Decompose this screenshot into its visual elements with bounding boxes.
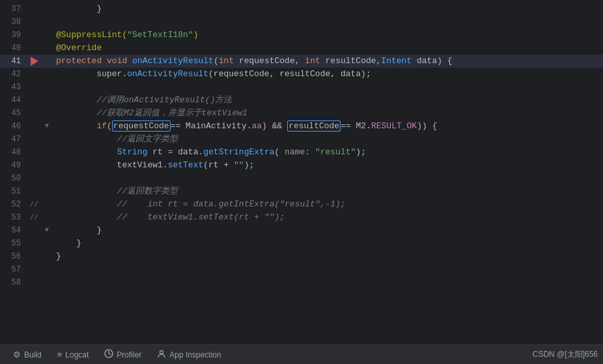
code-text — [53, 81, 603, 94]
bottom-toolbar: ⚙ Build ≡ Logcat Profiler App Inspection… — [0, 344, 603, 364]
code-text: //返回文字类型 — [53, 133, 603, 146]
line-number: 38 — [0, 16, 27, 29]
line-number: 44 — [0, 94, 27, 107]
code-line-45: 45 //获取M2返回值，并显示于textView1 — [0, 107, 603, 120]
code-line-48: 48 String rt = data.getStringExtra( name… — [0, 146, 603, 159]
code-line-41: 41 protected void onActivityResult(int r… — [0, 55, 603, 68]
breakpoint-gutter[interactable] — [27, 68, 40, 81]
breakpoint-gutter[interactable] — [27, 250, 40, 263]
code-text: //返回数字类型 — [53, 185, 603, 198]
breakpoint-gutter[interactable] — [27, 263, 40, 276]
code-line-57: 57 — [0, 263, 603, 276]
fold-gutter[interactable] — [40, 42, 53, 55]
code-line-56: 56 } — [0, 250, 603, 263]
line-number: 41 — [0, 55, 27, 68]
svg-point-1 — [160, 351, 163, 354]
tab-logcat-label: Logcat — [65, 350, 89, 359]
code-text: } — [53, 250, 603, 263]
code-text: // int rt = data.getIntExtra("result",-1… — [53, 198, 603, 211]
tab-build[interactable]: ⚙ Build — [5, 345, 49, 365]
fold-gutter[interactable] — [40, 68, 53, 81]
breakpoint-gutter[interactable] — [27, 55, 40, 68]
breakpoint-gutter[interactable] — [27, 107, 40, 120]
breakpoint-gutter[interactable] — [27, 94, 40, 107]
fold-gutter[interactable] — [40, 263, 53, 276]
breakpoint-gutter[interactable] — [27, 3, 40, 16]
fold-gutter[interactable] — [40, 211, 53, 224]
line-number: 56 — [0, 250, 27, 263]
fold-gutter[interactable] — [40, 29, 53, 42]
breakpoint-gutter[interactable] — [27, 29, 40, 42]
fold-gutter[interactable] — [40, 250, 53, 263]
tab-profiler[interactable]: Profiler — [96, 345, 149, 365]
line-number: 43 — [0, 81, 27, 94]
fold-gutter[interactable] — [40, 16, 53, 29]
line-number: 45 — [0, 107, 27, 120]
line-number: 47 — [0, 133, 27, 146]
code-text: } — [53, 3, 603, 16]
breakpoint-gutter[interactable] — [27, 42, 40, 55]
breakpoint-gutter[interactable] — [27, 276, 40, 289]
code-line-37: 37 } — [0, 3, 603, 16]
breakpoint-gutter[interactable] — [27, 133, 40, 146]
fold-gutter[interactable]: ▼ — [40, 120, 53, 133]
code-text: String rt = data.getStringExtra( name: "… — [53, 146, 603, 159]
code-line-53: 53 // // textView1.setText(rt + ""); — [0, 211, 603, 224]
breakpoint-gutter[interactable] — [27, 159, 40, 172]
code-text: } — [53, 237, 603, 250]
fold-gutter[interactable] — [40, 94, 53, 107]
fold-gutter[interactable] — [40, 276, 53, 289]
tab-profiler-label: Profiler — [117, 350, 141, 359]
line-number: 51 — [0, 185, 27, 198]
tab-build-label: Build — [24, 350, 42, 359]
code-text: } — [53, 224, 603, 237]
code-line-51: 51 //返回数字类型 — [0, 185, 603, 198]
tab-logcat[interactable]: ≡ Logcat — [49, 345, 97, 365]
fold-gutter[interactable] — [40, 237, 53, 250]
line-number: 48 — [0, 146, 27, 159]
fold-gutter[interactable] — [40, 107, 53, 120]
breakpoint-gutter[interactable] — [27, 16, 40, 29]
fold-gutter[interactable]: ▼ — [40, 224, 53, 237]
code-text: protected void onActivityResult(int requ… — [53, 55, 603, 68]
breakpoint-gutter[interactable] — [27, 237, 40, 250]
fold-gutter[interactable] — [40, 81, 53, 94]
breakpoint-gutter[interactable] — [27, 185, 40, 198]
build-icon: ⚙ — [13, 350, 21, 359]
fold-gutter[interactable] — [40, 198, 53, 211]
fold-gutter[interactable] — [40, 159, 53, 172]
code-line-52: 52 // // int rt = data.getIntExtra("resu… — [0, 198, 603, 211]
line-number: 52 — [0, 198, 27, 211]
profiler-icon — [104, 349, 113, 360]
code-line-46: 46 ▼ if(requestCode== MainActivity.aa) &… — [0, 120, 603, 133]
fold-gutter[interactable] — [40, 172, 53, 185]
code-text: //调用onActivityResult()方法 — [53, 94, 603, 107]
breakpoint-gutter[interactable] — [27, 172, 40, 185]
breakpoint-gutter[interactable] — [27, 146, 40, 159]
breakpoint-arrow-icon — [31, 57, 38, 66]
fold-gutter[interactable] — [40, 3, 53, 16]
logcat-icon: ≡ — [57, 350, 63, 359]
code-line-44: 44 //调用onActivityResult()方法 — [0, 94, 603, 107]
code-line-47: 47 //返回文字类型 — [0, 133, 603, 146]
code-line-49: 49 textView1.setText(rt + ""); — [0, 159, 603, 172]
fold-gutter[interactable] — [40, 133, 53, 146]
breakpoint-gutter[interactable]: // — [27, 198, 40, 211]
tab-app-inspection[interactable]: App Inspection — [149, 345, 229, 365]
line-number: 53 — [0, 211, 27, 224]
code-text: //获取M2返回值，并显示于textView1 — [53, 107, 603, 120]
code-text — [53, 16, 603, 29]
code-text: super.onActivityResult(requestCode, resu… — [53, 68, 603, 81]
line-number: 40 — [0, 42, 27, 55]
bottom-right-info: CSDN @[太阳]656 — [533, 349, 598, 360]
breakpoint-gutter[interactable] — [27, 120, 40, 133]
fold-gutter[interactable] — [40, 185, 53, 198]
line-number: 49 — [0, 159, 27, 172]
fold-gutter[interactable] — [40, 146, 53, 159]
code-line-54: 54 ▼ } — [0, 224, 603, 237]
breakpoint-gutter[interactable] — [27, 224, 40, 237]
breakpoint-gutter[interactable] — [27, 81, 40, 94]
breakpoint-gutter[interactable]: // — [27, 211, 40, 224]
fold-gutter[interactable] — [40, 55, 53, 68]
line-number: 55 — [0, 237, 27, 250]
